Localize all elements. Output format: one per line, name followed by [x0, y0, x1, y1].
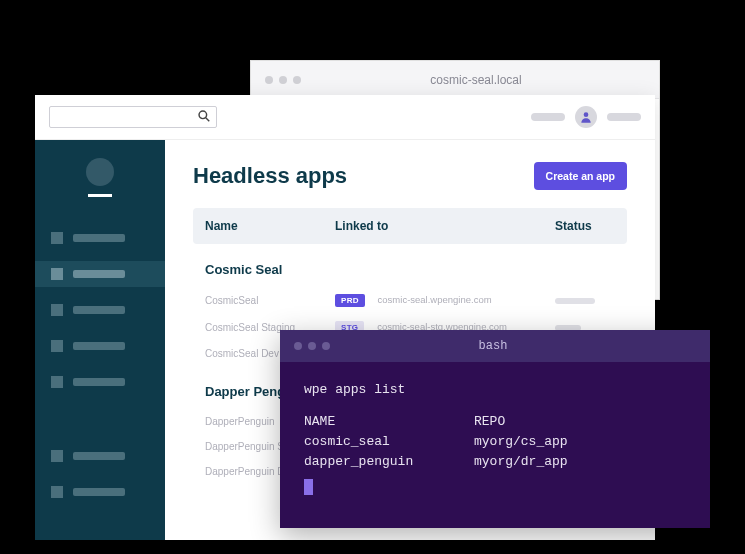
- env-badge-prd: PRD: [335, 294, 365, 307]
- traffic-light-zoom-icon[interactable]: [322, 342, 330, 350]
- sidebar-item[interactable]: [35, 225, 165, 251]
- terminal-cursor-icon: [304, 479, 313, 495]
- sidebar-item[interactable]: [35, 479, 165, 505]
- table-row[interactable]: CosmicSeal PRD cosmic-seal.wpengine.com: [193, 287, 627, 314]
- page-title: Headless apps: [193, 163, 347, 189]
- table-header: Name Linked to Status: [193, 208, 627, 244]
- sidebar-item[interactable]: [35, 297, 165, 323]
- terminal-title: bash: [336, 339, 650, 353]
- terminal-body[interactable]: wpe apps list NAME REPO cosmic_seal myor…: [280, 362, 710, 528]
- sidebar-avatar-underline: [88, 194, 112, 197]
- sidebar-item[interactable]: [35, 443, 165, 469]
- terminal-col-repo: REPO: [474, 412, 686, 432]
- create-app-button[interactable]: Create an app: [534, 162, 627, 190]
- terminal-output-row: dapper_penguin myorg/dr_app: [304, 452, 686, 472]
- sidebar-item-active[interactable]: [35, 261, 165, 287]
- user-avatar[interactable]: [575, 106, 597, 128]
- terminal-titlebar: bash: [280, 330, 710, 362]
- browser-titlebar: cosmic-seal.local: [251, 61, 659, 99]
- traffic-light-zoom-icon[interactable]: [293, 76, 301, 84]
- skeleton-pill: [607, 113, 641, 121]
- traffic-light-close-icon[interactable]: [265, 76, 273, 84]
- terminal-window: bash wpe apps list NAME REPO cosmic_seal…: [280, 330, 710, 528]
- browser-url: cosmic-seal.local: [307, 73, 645, 87]
- sidebar-item[interactable]: [35, 369, 165, 395]
- top-bar: [35, 95, 655, 140]
- linked-url: cosmic-seal.wpengine.com: [378, 294, 492, 305]
- column-linked-to: Linked to: [335, 219, 555, 233]
- column-status: Status: [555, 219, 615, 233]
- svg-point-0: [199, 111, 207, 119]
- sidebar-item[interactable]: [35, 333, 165, 359]
- search-input[interactable]: [49, 106, 217, 128]
- sidebar-avatar[interactable]: [86, 158, 114, 186]
- app-group-title: Cosmic Seal: [193, 244, 627, 287]
- status-badge: [555, 298, 595, 304]
- terminal-output-row: cosmic_seal myorg/cs_app: [304, 432, 686, 452]
- terminal-command: wpe apps list: [304, 380, 686, 400]
- terminal-col-name: NAME: [304, 412, 474, 432]
- sidebar: [35, 140, 165, 540]
- svg-point-2: [584, 112, 589, 117]
- skeleton-pill: [531, 113, 565, 121]
- traffic-light-minimize-icon[interactable]: [279, 76, 287, 84]
- app-name: CosmicSeal: [205, 295, 335, 306]
- column-name: Name: [205, 219, 335, 233]
- terminal-output-header: NAME REPO: [304, 412, 686, 432]
- traffic-light-close-icon[interactable]: [294, 342, 302, 350]
- search-icon[interactable]: [197, 109, 211, 126]
- svg-line-1: [206, 118, 210, 122]
- traffic-light-minimize-icon[interactable]: [308, 342, 316, 350]
